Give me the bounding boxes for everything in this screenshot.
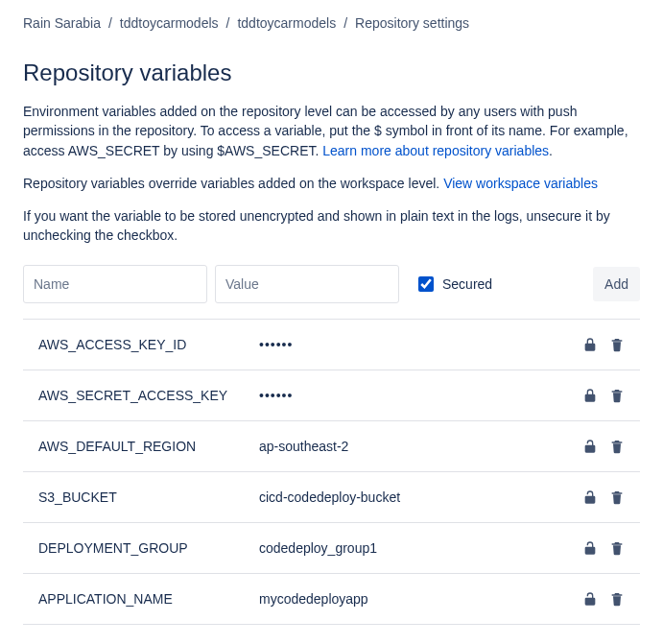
- variable-value: codedeploy_group1: [259, 540, 582, 556]
- breadcrumb-separator: /: [343, 15, 347, 31]
- description-paragraph-3: If you want the variable to be stored un…: [23, 206, 640, 246]
- variable-name: AWS_SECRET_ACCESS_KEY: [38, 388, 259, 403]
- variable-name: DEPLOYMENT_GROUP: [38, 540, 259, 556]
- variable-name: AWS_ACCESS_KEY_ID: [38, 337, 259, 352]
- learn-more-link[interactable]: Learn more about repository variables: [322, 143, 549, 158]
- breadcrumb-item-current: Repository settings: [355, 15, 469, 31]
- variable-name-input[interactable]: [23, 265, 207, 303]
- variable-name: S3_BUCKET: [38, 489, 259, 505]
- lock-open-icon[interactable]: [582, 489, 598, 505]
- variable-value: ap-southeast-2: [259, 439, 582, 454]
- variable-value: ••••••: [259, 337, 582, 352]
- secured-checkbox[interactable]: [418, 276, 434, 292]
- breadcrumb-separator: /: [226, 15, 230, 31]
- desc2-text: Repository variables override variables …: [23, 176, 443, 191]
- add-button[interactable]: Add: [593, 267, 640, 301]
- variable-row: DEPLOYMENT_GROUPcodedeploy_group1: [23, 523, 640, 574]
- row-actions: [582, 489, 625, 505]
- variable-row: S3_BUCKETcicd-codedeploy-bucket: [23, 472, 640, 523]
- variable-row: AWS_ACCESS_KEY_ID••••••: [23, 320, 640, 370]
- row-actions: [582, 540, 625, 556]
- delete-icon[interactable]: [609, 489, 625, 505]
- lock-open-icon[interactable]: [582, 591, 598, 607]
- delete-icon[interactable]: [609, 439, 625, 454]
- breadcrumb-item-repo[interactable]: tddtoycarmodels: [237, 15, 336, 31]
- lock-open-icon[interactable]: [582, 439, 598, 454]
- variable-value: ••••••: [259, 388, 582, 403]
- row-actions: [582, 591, 625, 607]
- view-workspace-variables-link[interactable]: View workspace variables: [443, 176, 598, 191]
- secured-label: Secured: [442, 276, 492, 292]
- breadcrumb-separator: /: [108, 15, 112, 31]
- variable-name: AWS_DEFAULT_REGION: [38, 439, 259, 454]
- variable-row: AWS_DEFAULT_REGIONap-southeast-2: [23, 421, 640, 472]
- breadcrumb: Rain Sarabia / tddtoycarmodels / tddtoyc…: [23, 12, 640, 42]
- variables-list: AWS_ACCESS_KEY_ID••••••AWS_SECRET_ACCESS…: [23, 320, 640, 625]
- delete-icon[interactable]: [609, 540, 625, 556]
- delete-icon[interactable]: [609, 337, 625, 352]
- page-title: Repository variables: [23, 60, 640, 86]
- secured-toggle-wrap: Secured: [414, 274, 492, 295]
- lock-closed-icon[interactable]: [582, 337, 598, 352]
- add-variable-row: Secured Add: [23, 265, 640, 320]
- description-paragraph-1: Environment variables added on the repos…: [23, 102, 640, 160]
- row-actions: [582, 388, 625, 403]
- variable-value: mycodedeployapp: [259, 591, 582, 607]
- lock-open-icon[interactable]: [582, 540, 598, 556]
- row-actions: [582, 337, 625, 352]
- variable-row: APPLICATION_NAMEmycodedeployapp: [23, 574, 640, 625]
- delete-icon[interactable]: [609, 388, 625, 403]
- variable-value-input[interactable]: [215, 265, 399, 303]
- desc1-suffix: .: [549, 143, 553, 158]
- variable-value: cicd-codedeploy-bucket: [259, 489, 582, 505]
- description-paragraph-2: Repository variables override variables …: [23, 174, 640, 193]
- lock-closed-icon[interactable]: [582, 388, 598, 403]
- variable-name: APPLICATION_NAME: [38, 591, 259, 607]
- breadcrumb-item-project[interactable]: tddtoycarmodels: [120, 15, 219, 31]
- breadcrumb-item-user[interactable]: Rain Sarabia: [23, 15, 101, 31]
- delete-icon[interactable]: [609, 591, 625, 607]
- variable-row: AWS_SECRET_ACCESS_KEY••••••: [23, 370, 640, 421]
- row-actions: [582, 439, 625, 454]
